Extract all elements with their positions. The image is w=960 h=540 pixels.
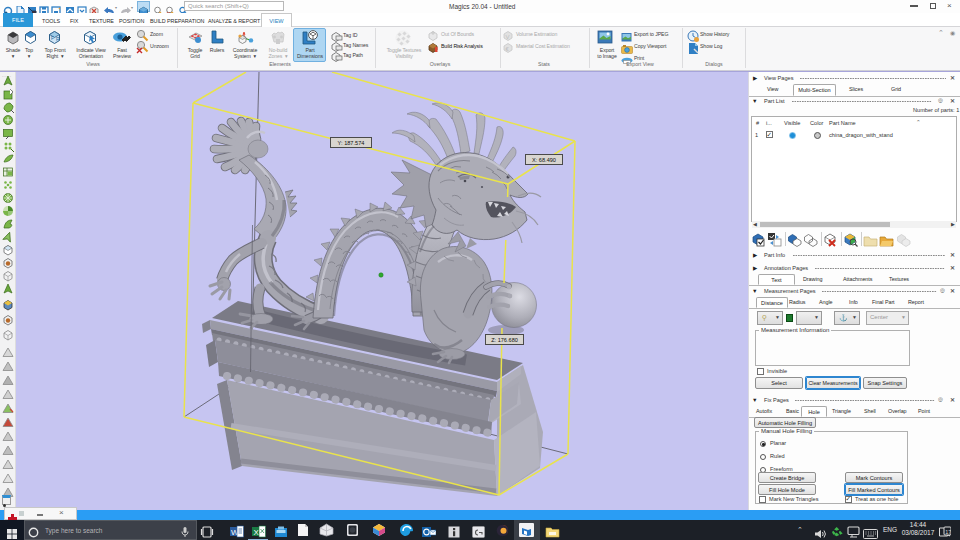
svg-text:17: 17: [945, 529, 951, 535]
svg-text:R: R: [56, 36, 60, 42]
svg-text:X: X: [254, 528, 260, 537]
svg-text:F: F: [51, 35, 54, 41]
